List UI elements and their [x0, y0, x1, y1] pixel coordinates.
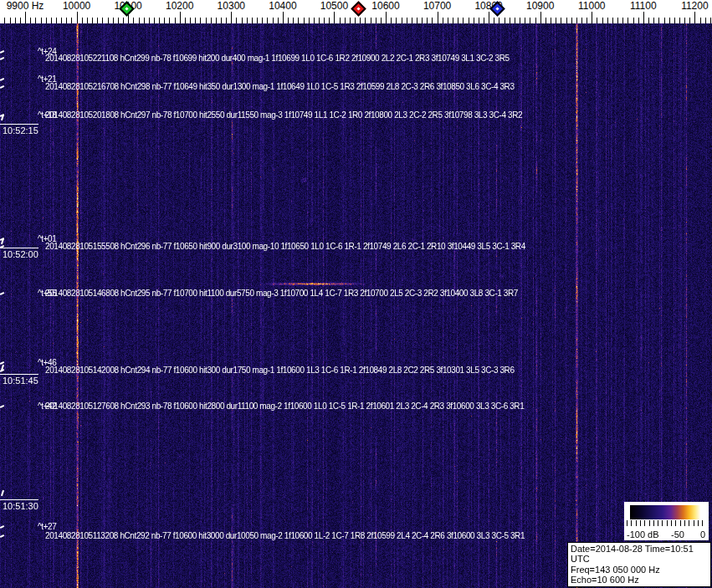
ruler-minor-tick	[479, 18, 479, 23]
ruler-minor-tick	[340, 18, 341, 23]
legend-mid-label: -50	[671, 529, 684, 539]
ruler-minor-tick	[257, 18, 258, 23]
ruler-minor-tick	[525, 18, 525, 23]
legend-max-label: 0	[700, 529, 705, 539]
echo-annotation-line: 20140828105216708 hCnt298 nb-77 f10649 h…	[45, 83, 515, 91]
ruler-minor-tick	[381, 18, 382, 23]
echo-annotation-line: 20140828105146808 hCnt295 nb-77 f10700 h…	[45, 289, 518, 298]
frequency-ruler[interactable]: 9900 Hz100001010010200103001040010500106…	[0, 0, 712, 23]
ruler-minor-tick	[149, 18, 150, 23]
frequency-tick-label: 11100	[630, 0, 657, 12]
ruler-minor-tick	[587, 18, 587, 23]
time-axis-line	[0, 374, 38, 375]
ruler-major-tick	[334, 12, 335, 23]
ruler-minor-tick	[247, 18, 248, 23]
echo-annotation-tag: ^t+01	[38, 235, 56, 243]
ruler-minor-tick	[576, 18, 577, 23]
ruler-minor-tick	[422, 18, 423, 23]
echo-annotation-tag: ^t+24	[38, 48, 56, 56]
ruler-minor-tick	[607, 18, 608, 23]
ruler-minor-tick	[288, 18, 289, 23]
spectrogram-waterfall[interactable]	[0, 23, 712, 588]
ruler-minor-tick	[10, 18, 11, 23]
ruler-minor-tick	[87, 18, 88, 23]
ruler-minor-tick	[102, 18, 103, 23]
ruler-minor-tick	[133, 18, 134, 23]
status-info-box: Date=2014-08-28 Time=10:51 UTC Freq=143 …	[567, 542, 711, 587]
echo-annotation-line: 20140828105142008 hCnt294 nb-77 f10600 h…	[45, 366, 515, 375]
ruler-minor-tick	[535, 18, 536, 23]
ruler-minor-tick	[278, 18, 279, 23]
ruler-minor-tick	[571, 18, 572, 23]
legend-tick-ruler	[627, 520, 706, 526]
ruler-minor-tick	[617, 18, 618, 23]
ruler-minor-tick	[221, 18, 222, 23]
ruler-minor-tick	[597, 18, 597, 23]
info-freq-line: Freq=143 050 000 Hz	[571, 565, 708, 575]
ruler-minor-tick	[345, 18, 346, 23]
ruler-minor-tick	[324, 18, 325, 23]
ruler-minor-tick	[360, 18, 361, 23]
legend-min-label: -100 dB	[627, 529, 659, 539]
ruler-major-tick	[643, 12, 644, 23]
frequency-tick-label: 9900 Hz	[7, 0, 44, 12]
ruler-minor-tick	[412, 18, 412, 23]
ruler-minor-tick	[453, 18, 453, 23]
ruler-minor-tick	[144, 18, 145, 23]
ruler-minor-tick	[458, 18, 458, 23]
echo-annotation-tag: ^t+55	[38, 289, 56, 298]
ruler-minor-tick	[200, 18, 201, 23]
ruler-minor-tick	[4, 18, 5, 23]
ruler-minor-tick	[365, 18, 366, 23]
ruler-minor-tick	[293, 18, 294, 23]
ruler-minor-tick	[658, 18, 659, 23]
ruler-minor-tick	[633, 18, 634, 23]
spectrogram-app-window: 9900 Hz100001010010200103001040010500106…	[0, 0, 712, 588]
ruler-major-tick	[386, 12, 387, 23]
ruler-minor-tick	[195, 18, 196, 23]
ruler-minor-tick	[211, 18, 212, 23]
ruler-minor-tick	[391, 18, 392, 23]
echo-annotation-tag: ^t+42	[38, 402, 56, 411]
ruler-minor-tick	[329, 18, 330, 23]
echo-annotation-line: 20140828105155508 hCnt296 nb-77 f10650 h…	[45, 243, 525, 251]
ruler-minor-tick	[226, 18, 227, 23]
ruler-minor-tick	[505, 18, 505, 23]
ruler-minor-tick	[185, 18, 186, 23]
ruler-minor-tick	[242, 18, 243, 23]
marker-center-dot	[356, 7, 360, 10]
ruler-minor-tick	[97, 18, 98, 23]
ruler-minor-tick	[653, 18, 654, 23]
ruler-minor-tick	[432, 18, 433, 23]
ruler-minor-tick	[581, 18, 582, 23]
time-axis-line	[0, 124, 38, 125]
ruler-minor-tick	[427, 18, 428, 23]
ruler-minor-tick	[252, 18, 253, 23]
frequency-tick-label: 10600	[371, 0, 399, 12]
ruler-minor-tick	[566, 18, 567, 23]
ruler-minor-tick	[190, 18, 191, 23]
ruler-minor-tick	[484, 18, 484, 23]
frequency-tick-label: 11200	[681, 0, 708, 12]
ruler-minor-tick	[164, 18, 165, 23]
ruler-minor-tick	[561, 18, 561, 23]
echo-annotation-line: 20140828105127608 hCnt293 nb-78 f10600 h…	[45, 402, 524, 411]
ruler-minor-tick	[463, 18, 464, 23]
time-axis-line	[0, 248, 38, 248]
ruler-minor-tick	[236, 18, 237, 23]
ruler-minor-tick	[546, 18, 546, 23]
frequency-tick-label: 10500	[320, 0, 348, 12]
ruler-minor-tick	[664, 18, 665, 23]
echo-annotation-line: 20140828105113208 hCnt292 nb-77 f10600 h…	[45, 532, 525, 540]
ruler-minor-tick	[689, 18, 690, 23]
ruler-minor-tick	[41, 18, 42, 23]
echo-annotation-tag: ^t+21	[38, 75, 56, 84]
ruler-major-tick	[489, 12, 489, 23]
ruler-minor-tick	[469, 18, 469, 23]
time-axis-label: 10:51:45	[3, 376, 38, 386]
ruler-minor-tick	[705, 18, 706, 23]
ruler-minor-tick	[304, 18, 305, 23]
red-marker-diamond-icon[interactable]	[351, 1, 366, 16]
db-color-scale-legend: -100 dB -50 0	[624, 502, 709, 540]
ruler-minor-tick	[551, 18, 551, 23]
